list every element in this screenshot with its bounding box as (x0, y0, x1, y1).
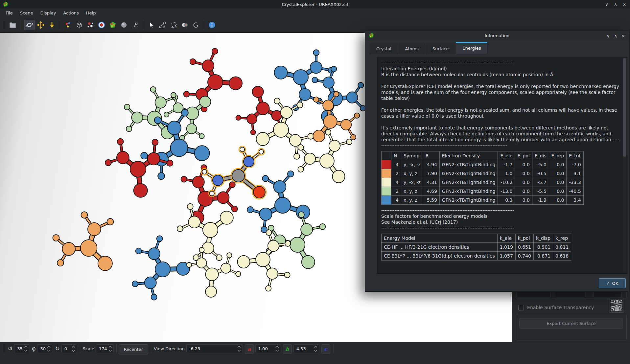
tab-surface[interactable]: Surface (426, 44, 455, 54)
dialog-close-icon[interactable]: × (621, 34, 625, 38)
ok-button-label: OK (612, 281, 618, 286)
recenter-button[interactable]: Recenter (119, 344, 148, 354)
molecule-cream[interactable] (177, 204, 233, 261)
menu-item-help[interactable]: Help (82, 10, 100, 16)
scale-factors-table-header: Energy Modelk_elek_polk_dispk_rep (382, 234, 571, 243)
energies-content-frame: ----------------------------------------… (377, 57, 627, 274)
interaction-energies-table-row[interactable]: 2x, y, z4.69GFN2-xTB/TightBinding-13.00.… (382, 187, 584, 196)
interaction-energies-table-row[interactable]: 4y, -x, -z4.31GFN2-xTB/TightBinding-10.2… (382, 178, 584, 187)
row-color-swatch (382, 169, 391, 178)
selection-filter-icon[interactable]: θ (169, 20, 178, 30)
interaction-energies-table-header: NSymopRElectron DensityE_eleE_polE_disE_… (382, 151, 584, 160)
spinner-arrows[interactable] (107, 346, 113, 351)
surface-options-icon[interactable] (180, 20, 190, 30)
toolbar-grip[interactable] (3, 21, 5, 29)
cluster-tool-icon[interactable] (97, 20, 106, 30)
title-bar: CrystalExplorer - UREAXX02.cif ∨ ∧ × (0, 0, 630, 9)
svg-text:θ: θ (175, 26, 177, 29)
statusbar-separator (334, 344, 334, 353)
info-line: It's extremely important to note that en… (381, 125, 620, 148)
fragment-tool-icon[interactable] (85, 20, 95, 30)
tab-atoms[interactable]: Atoms (399, 44, 425, 54)
view-z-spinner[interactable]: 4.53 (293, 344, 319, 353)
interaction-energies-table-row[interactable]: 2x, y, z7.90GFN2-xTB/TightBinding1.00.0-… (382, 169, 584, 178)
scrollbar-handle[interactable] (623, 58, 626, 157)
tab-energies[interactable]: Energies (456, 42, 487, 54)
selected-molecule[interactable] (201, 146, 266, 199)
info-line: For other energies, the total energy is … (381, 107, 620, 119)
surface-tool-icon[interactable] (119, 20, 129, 30)
molecule-blue[interactable] (132, 236, 190, 300)
export-surface-button[interactable]: Export Current Surface (519, 318, 623, 329)
maximize-icon[interactable]: ∧ (613, 2, 618, 7)
spinner-arrows[interactable] (70, 346, 77, 351)
interaction-energies-table-row[interactable]: 4y, -x, -z4.94GFN2-xTB/TightBinding-1.70… (382, 160, 584, 169)
row-color-swatch (382, 178, 391, 187)
scrollbar[interactable] (623, 58, 626, 272)
toggle-atoms-icon[interactable] (63, 20, 73, 30)
surface-transparency-label: Enable Surface Transparency (527, 305, 594, 310)
spinner-arrows[interactable] (46, 346, 52, 351)
rotate-z-spinner[interactable]: 0 (61, 344, 77, 353)
interaction-energies-table-row[interactable]: 4x, y, z5.59GFN2-xTB/TightBinding0.30.0-… (382, 196, 584, 205)
molecule-blue[interactable] (247, 171, 310, 233)
toolbar-separator (143, 20, 143, 30)
scale-factors-table: Energy Modelk_elek_polk_dispk_repCE-HF .… (381, 234, 571, 261)
export-surface-group: Export Current Surface (516, 315, 627, 340)
scale-factors-table-row[interactable]: CE-HF ... HF/3-21G electron densities1.0… (382, 243, 571, 252)
zoom-tool-icon[interactable] (47, 20, 57, 30)
molecule-orange[interactable] (53, 212, 114, 270)
menu-item-file[interactable]: File (2, 10, 16, 16)
menu-item-actions[interactable]: Actions (59, 10, 82, 16)
window-controls: ∨ ∧ × (604, 0, 627, 9)
selection-tool-icon[interactable] (146, 20, 156, 30)
info-line: ----------------------------------------… (381, 60, 620, 66)
spinner-arrows[interactable] (313, 346, 319, 351)
dialog-title: Information (365, 33, 629, 38)
spinner-arrows[interactable] (23, 346, 29, 351)
crystal-surface-icon[interactable] (108, 20, 118, 30)
close-icon[interactable]: × (622, 2, 627, 7)
ok-button[interactable]: ✓ OK (599, 278, 626, 288)
scale-spinner[interactable]: 174 (96, 344, 114, 353)
view-x-spinner[interactable]: -6.23 (186, 344, 243, 353)
tab-crystal[interactable]: Crystal (370, 44, 398, 54)
axis-a-button[interactable]: a (245, 344, 254, 354)
interaction-energies-table: NSymopRElectron DensityE_eleE_polE_disE_… (381, 151, 584, 205)
rotate-y-spinner[interactable]: 50 (37, 344, 52, 353)
measure-distance-icon[interactable]: d (157, 20, 167, 30)
information-dialog: Information ∨ ∧ × CrystalAtomsSurfaceEne… (365, 30, 629, 292)
dialog-tab-bar: CrystalAtomsSurfaceEnergies (370, 42, 488, 54)
scale-factors-table-row[interactable]: CE-B3LYP ... B3LYP/6-31G(d,p) electron d… (382, 252, 571, 261)
minimize-icon[interactable]: ∨ (604, 2, 609, 7)
rotate-x-spinner[interactable]: 35 (14, 344, 29, 353)
menu-item-scene[interactable]: Scene (16, 10, 37, 16)
row-color-swatch (382, 196, 391, 205)
svg-text:E: E (133, 22, 138, 28)
energy-frameworks-icon[interactable]: E (130, 20, 140, 30)
surface-transparency-checkbox[interactable] (518, 305, 524, 310)
undo-icon[interactable] (191, 20, 201, 30)
dialog-minimize-icon[interactable]: ∨ (607, 34, 610, 38)
axis-b-button[interactable]: b (283, 344, 292, 354)
information-icon[interactable] (207, 20, 217, 30)
axis-c-button[interactable]: c (321, 344, 330, 354)
spinner-arrows[interactable] (236, 346, 243, 351)
spinner-arrows[interactable] (274, 346, 281, 351)
check-icon: ✓ (606, 281, 610, 286)
menu-item-display[interactable]: Display (36, 10, 59, 16)
unit-cell-icon[interactable] (74, 20, 84, 30)
info-line: R is the distance between molecular cent… (381, 72, 620, 78)
rotate-tool-icon[interactable] (24, 20, 35, 30)
molecule-red[interactable] (184, 48, 242, 112)
translate-tool-icon[interactable] (36, 20, 46, 30)
dialog-maximize-icon[interactable]: ∧ (614, 34, 618, 38)
status-bar: ↺ 35 φ 50 ↻ 0 Scale 174 Recenter View Di… (0, 342, 630, 364)
toolbar-separator (60, 20, 60, 30)
fingerprint-icon (611, 300, 622, 311)
statusbar-separator (151, 344, 151, 353)
fingerprint-button[interactable] (609, 298, 624, 313)
statusbar-grip[interactable] (3, 344, 5, 353)
open-icon[interactable] (8, 20, 18, 30)
view-y-spinner[interactable]: 1.00 (255, 344, 281, 353)
